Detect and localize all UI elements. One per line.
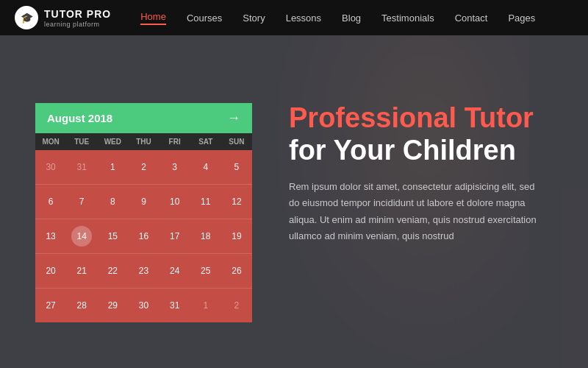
- calendar-cell[interactable]: 8: [97, 185, 128, 219]
- nav-testimonials[interactable]: Testimonials: [381, 13, 434, 24]
- calendar-day-number: 2: [138, 155, 149, 180]
- day-wed: WED: [97, 138, 128, 146]
- calendar-cell[interactable]: 22: [97, 254, 128, 288]
- calendar-day-number: 28: [74, 293, 90, 318]
- calendar-cell[interactable]: 31: [159, 289, 190, 322]
- calendar-cell[interactable]: 27: [35, 289, 66, 322]
- calendar-cell[interactable]: 25: [190, 254, 221, 288]
- calendar-day-number: 16: [136, 224, 151, 249]
- calendar-cell[interactable]: 2: [221, 289, 252, 322]
- calendar-cell[interactable]: 12: [221, 185, 252, 219]
- nav-links: Home Courses Story Lessons Blog Testimon…: [140, 11, 535, 25]
- day-mon: MON: [35, 138, 66, 146]
- day-sat: SAT: [190, 138, 221, 146]
- calendar-day-number: 24: [167, 258, 182, 283]
- nav-contact[interactable]: Contact: [455, 13, 488, 24]
- calendar-cell[interactable]: 9: [128, 185, 159, 219]
- calendar-week-1: 6789101112: [35, 185, 252, 219]
- calendar-day-number: 10: [167, 189, 182, 214]
- calendar-week-2: 13141516171819: [35, 219, 252, 254]
- calendar-cell[interactable]: 1: [97, 150, 128, 184]
- calendar-widget: August 2018 → MON TUE WED THU FRI SAT SU…: [35, 103, 252, 322]
- calendar-cell[interactable]: 6: [35, 185, 66, 219]
- calendar-cell[interactable]: 5: [221, 150, 252, 184]
- calendar-day-number: 31: [167, 293, 182, 318]
- calendar-day-number: 7: [76, 189, 87, 214]
- calendar-week-3: 20212223242526: [35, 254, 252, 289]
- calendar-cell[interactable]: 4: [190, 150, 221, 184]
- hero-section: August 2018 → MON TUE WED THU FRI SAT SU…: [0, 0, 588, 368]
- hero-title-line1: Professional Tutor: [289, 103, 588, 134]
- calendar-cell[interactable]: 29: [97, 289, 128, 322]
- calendar-cell[interactable]: 7: [66, 185, 97, 219]
- calendar-day-number: 1: [107, 155, 118, 180]
- logo: 🎓 TUTOR PRO learning platform: [15, 6, 111, 29]
- calendar-day-number: 1: [200, 293, 211, 318]
- calendar-day-number: 11: [198, 189, 213, 214]
- calendar-day-number: 14: [71, 226, 92, 247]
- hero-title-line2: for Your Children: [289, 134, 588, 168]
- calendar-cell[interactable]: 23: [128, 254, 159, 288]
- calendar-cell[interactable]: 17: [159, 219, 190, 253]
- calendar-day-number: 3: [169, 155, 180, 180]
- calendar-cell[interactable]: 11: [190, 185, 221, 219]
- calendar-cell[interactable]: 31: [66, 150, 97, 184]
- calendar-cell[interactable]: 18: [190, 219, 221, 253]
- hero-content: Professional Tutor for Your Children Rem…: [289, 103, 588, 244]
- calendar-cell[interactable]: 28: [66, 289, 97, 322]
- calendar-cell[interactable]: 24: [159, 254, 190, 288]
- calendar-week-0: 303112345: [35, 150, 252, 185]
- calendar-cell[interactable]: 20: [35, 254, 66, 288]
- calendar-cell[interactable]: 1: [190, 289, 221, 322]
- calendar-day-number: 15: [105, 224, 121, 249]
- calendar-day-number: 22: [105, 258, 121, 283]
- calendar-cell[interactable]: 26: [221, 254, 252, 288]
- calendar-day-number: 30: [43, 155, 58, 180]
- day-fri: FRI: [159, 138, 190, 146]
- calendar-day-number: 12: [229, 189, 244, 214]
- calendar-month-year: August 2018: [47, 112, 112, 124]
- calendar-day-number: 20: [43, 258, 58, 283]
- nav-pages[interactable]: Pages: [508, 13, 535, 24]
- nav-home[interactable]: Home: [140, 11, 166, 25]
- calendar-cell[interactable]: 30: [35, 150, 66, 184]
- calendar-cell[interactable]: 14: [66, 219, 97, 253]
- calendar-day-number: 4: [200, 155, 211, 180]
- nav-blog[interactable]: Blog: [342, 13, 361, 24]
- hero-description: Rem ipsum dolor sit amet, consectetur ad…: [289, 179, 546, 244]
- day-tue: TUE: [66, 138, 97, 146]
- calendar-cell[interactable]: 13: [35, 219, 66, 253]
- calendar-cell[interactable]: 2: [128, 150, 159, 184]
- navbar: 🎓 TUTOR PRO learning platform Home Cours…: [0, 0, 588, 35]
- calendar-day-number: 6: [46, 189, 57, 214]
- calendar-day-number: 25: [198, 258, 213, 283]
- calendar-day-number: 23: [136, 258, 151, 283]
- calendar-cell[interactable]: 19: [221, 219, 252, 253]
- calendar-day-number: 13: [43, 224, 58, 249]
- nav-lessons[interactable]: Lessons: [286, 13, 321, 24]
- calendar-cell[interactable]: 3: [159, 150, 190, 184]
- calendar-body: 3031123456789101112131415161718192021222…: [35, 150, 252, 322]
- calendar-week-4: 272829303112: [35, 289, 252, 322]
- nav-courses[interactable]: Courses: [187, 13, 222, 24]
- logo-icon: 🎓: [15, 6, 38, 29]
- calendar-day-number: 8: [107, 189, 118, 214]
- calendar-cell[interactable]: 16: [128, 219, 159, 253]
- logo-sub: learning platform: [44, 21, 111, 28]
- logo-text: TUTOR PRO: [44, 8, 111, 20]
- calendar-header: August 2018 →: [35, 103, 252, 133]
- calendar-day-number: 31: [74, 155, 90, 180]
- calendar-cell[interactable]: 30: [128, 289, 159, 322]
- calendar-cell[interactable]: 10: [159, 185, 190, 219]
- calendar-day-number: 26: [229, 258, 244, 283]
- calendar-day-number: 18: [198, 224, 213, 249]
- calendar-day-number: 30: [136, 293, 151, 318]
- calendar-cell[interactable]: 15: [97, 219, 128, 253]
- calendar-day-number: 5: [232, 155, 243, 180]
- nav-story[interactable]: Story: [243, 13, 265, 24]
- calendar-next-arrow[interactable]: →: [227, 110, 240, 126]
- calendar-cell[interactable]: 21: [66, 254, 97, 288]
- calendar-day-number: 2: [232, 293, 243, 318]
- calendar-day-names: MON TUE WED THU FRI SAT SUN: [35, 133, 252, 150]
- calendar-day-number: 9: [138, 189, 149, 214]
